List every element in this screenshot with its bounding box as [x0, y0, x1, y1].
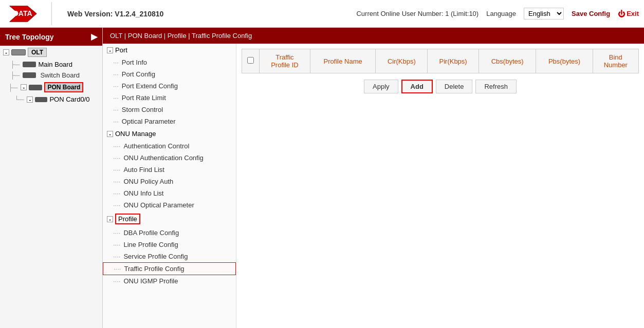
nav-dots: ····	[113, 253, 120, 260]
nav-dots: ···	[113, 118, 119, 125]
sidebar-collapse-arrow[interactable]: ▶	[91, 32, 97, 42]
sidebar-item-main-board[interactable]: ├─ Main Board	[0, 59, 102, 70]
sidebar-title: Tree Topology	[5, 33, 54, 41]
exit-label: Exit	[627, 10, 639, 17]
user-info: Current Online User Number: 1 (Limit:10)	[356, 10, 479, 17]
nav-dots: ····	[113, 201, 120, 209]
nav-dots: ····	[113, 178, 120, 185]
pon-toggle[interactable]: -	[21, 84, 27, 90]
main-board-icon	[23, 62, 36, 67]
nav-item-port-rate-limit[interactable]: ···Port Rate Limit	[103, 92, 236, 104]
nav-section-port[interactable]: - Port	[103, 44, 236, 56]
sidebar-item-pon-board[interactable]: ├─ - PON Board	[0, 81, 102, 94]
breadcrumb-pon-board[interactable]: PON Board	[128, 32, 162, 40]
tree-line: ├─	[10, 61, 20, 68]
table-header-checkbox	[242, 49, 260, 73]
nav-dots: ····	[114, 265, 121, 273]
nav-item-service-profile-config[interactable]: ····Service Profile Config	[103, 250, 236, 262]
nav-item-onu-auth-config[interactable]: ····ONU Authentication Config	[103, 152, 236, 164]
sidebar: Tree Topology ▶ - OLT ├─ Main Board ├─ S…	[0, 28, 103, 328]
nav-item-port-info[interactable]: ···Port Info	[103, 56, 236, 68]
nav-item-onu-igmp-profile[interactable]: ····ONU IGMP Profile	[103, 275, 236, 287]
tree-line-switch: ├─	[10, 71, 20, 79]
select-all-checkbox[interactable]	[247, 57, 254, 64]
nav-item-optical-parameter[interactable]: ···Optical Parameter	[103, 115, 236, 127]
nav-dots: ···	[113, 70, 119, 78]
sidebar-item-pon-card[interactable]: └─ - PON Card0/0	[0, 94, 102, 105]
language-label: Language	[486, 10, 516, 17]
nav-item-auth-control[interactable]: ····Authentication Control	[103, 140, 236, 152]
traffic-profile-table: TrafficProfile ID Profile Name Cir(Kbps)…	[242, 49, 639, 73]
nav-item-storm-control[interactable]: ···Storm Control	[103, 104, 236, 115]
nav-item-port-extend-config[interactable]: ···Port Extend Config	[103, 80, 236, 92]
breadcrumb-traffic-profile-config: Traffic Profile Config	[192, 32, 252, 40]
onu-toggle[interactable]: -	[107, 131, 113, 137]
nav-item-onu-optical-param[interactable]: ····ONU Optical Parameter	[103, 199, 236, 211]
col-cir: Cir(Kbps)	[376, 49, 428, 73]
profile-toggle[interactable]: -	[107, 216, 113, 222]
olt-device-icon	[11, 49, 26, 55]
breadcrumb: OLT | PON Board | Profile | Traffic Prof…	[103, 28, 644, 44]
logo-icon: DATA	[5, 4, 41, 24]
tree-line-pon-card: └─	[14, 95, 24, 103]
pon-board-icon	[29, 85, 42, 90]
sidebar-header: Tree Topology ▶	[0, 28, 102, 46]
delete-button[interactable]: Delete	[436, 80, 473, 93]
olt-toggle[interactable]: -	[3, 49, 9, 55]
header-right: Current Online User Number: 1 (Limit:10)…	[356, 8, 639, 20]
olt-badge[interactable]: OLT	[28, 48, 47, 57]
breadcrumb-sep-2: |	[164, 32, 168, 40]
sidebar-item-olt[interactable]: - OLT	[0, 46, 102, 59]
nav-section-profile[interactable]: - Profile	[103, 211, 236, 227]
col-traffic-profile-id: TrafficProfile ID	[260, 49, 310, 73]
content-body: - Port ···Port Info ···Port Config ···Po…	[103, 44, 644, 328]
col-pbs: Pbs(bytes)	[536, 49, 593, 73]
nav-section-onu-manage[interactable]: - ONU Manage	[103, 127, 236, 140]
nav-item-port-config[interactable]: ···Port Config	[103, 68, 236, 80]
version-label: Web Version: V1.2.4_210810	[67, 10, 163, 18]
table-area: TrafficProfile ID Profile Name Cir(Kbps)…	[236, 44, 644, 328]
nav-dots: ···	[113, 94, 119, 102]
main-board-label: Main Board	[38, 61, 72, 68]
nav-dots: ····	[113, 142, 120, 150]
version-info: Web Version: V1.2.4_210810	[62, 10, 356, 18]
pon-card-label: PON Card0/0	[49, 95, 89, 103]
pon-card-toggle[interactable]: -	[27, 97, 33, 103]
main-container: Tree Topology ▶ - OLT ├─ Main Board ├─ S…	[0, 28, 644, 328]
pon-card-icon	[35, 97, 47, 102]
logo-area: DATA	[5, 2, 52, 25]
nav-dots: ····	[113, 166, 120, 173]
port-toggle[interactable]: -	[107, 47, 113, 53]
nav-item-onu-info-list[interactable]: ····ONU Info List	[103, 187, 236, 199]
add-button[interactable]: Add	[401, 80, 433, 93]
refresh-button[interactable]: Refresh	[475, 80, 517, 93]
breadcrumb-sep-1: |	[124, 32, 128, 40]
nav-item-traffic-profile-config[interactable]: ····Traffic Profile Config	[103, 262, 236, 275]
col-cbs: Cbs(bytes)	[479, 49, 536, 73]
apply-button[interactable]: Apply	[364, 80, 398, 93]
col-pir: Pir(Kbps)	[428, 49, 479, 73]
profile-section-label: Profile	[115, 214, 140, 224]
onu-manage-label: ONU Manage	[115, 130, 156, 138]
col-profile-name: Profile Name	[310, 49, 376, 73]
nav-dots: ···	[113, 59, 119, 66]
breadcrumb-profile[interactable]: Profile	[168, 32, 187, 40]
nav-item-auto-find-list[interactable]: ····Auto Find List	[103, 164, 236, 176]
pon-board-badge[interactable]: PON Board	[44, 82, 83, 92]
save-config-link[interactable]: Save Config	[572, 10, 610, 17]
port-section-label: Port	[115, 46, 127, 54]
nav-item-dba-profile-config[interactable]: ····DBA Profile Config	[103, 227, 236, 239]
nav-dots: ···	[113, 106, 119, 113]
nav-item-line-profile-config[interactable]: ····Line Profile Config	[103, 239, 236, 250]
nav-dots: ····	[113, 277, 120, 285]
breadcrumb-olt[interactable]: OLT	[110, 32, 122, 40]
col-bind-number: BindNumber	[593, 49, 638, 73]
sidebar-item-switch-board[interactable]: ├─ Switch Board	[0, 70, 102, 81]
language-select[interactable]: English Chinese	[524, 8, 564, 20]
button-row: Apply Add Delete Refresh	[242, 80, 639, 93]
exit-button[interactable]: ⏻ Exit	[618, 10, 639, 18]
tree-line-pon: ├─	[8, 84, 17, 91]
nav-dots: ···	[113, 82, 119, 90]
nav-dots: ····	[113, 229, 120, 237]
nav-item-onu-policy-auth[interactable]: ····ONU Policy Auth	[103, 176, 236, 187]
